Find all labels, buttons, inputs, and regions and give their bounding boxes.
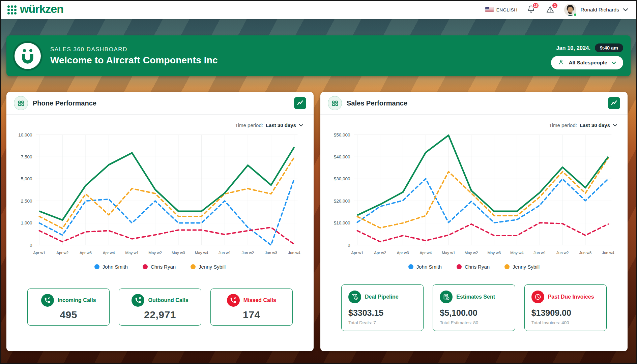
svg-text:Apr w1: Apr w1 [351, 251, 364, 255]
language-selector[interactable]: ENGLISH [485, 7, 518, 13]
svg-text:Jun w3: Jun w3 [579, 251, 591, 255]
phone-chart-svg: 01,0002,5005,0007,50010,000Apr w1Apr w2A… [12, 129, 305, 259]
legend-label: John Smith [416, 264, 442, 270]
svg-text:May w1: May w1 [442, 251, 455, 255]
svg-text:$10,000: $10,000 [334, 220, 350, 225]
bell-icon [527, 10, 535, 15]
current-time-pill: 9:40 am [595, 43, 623, 52]
legend-dot-red [143, 264, 148, 269]
svg-text:1,000: 1,000 [21, 220, 32, 225]
past-due-invoices-icon [531, 291, 544, 303]
legend-dot-yellow [504, 264, 510, 269]
svg-text:May w3: May w3 [172, 251, 185, 255]
svg-text:2,500: 2,500 [21, 199, 32, 204]
stat-label: Incoming Calls [58, 297, 96, 303]
legend-item-jenny-sybill: Jenny Sybill [191, 264, 226, 270]
svg-text:Jun w1: Jun w1 [219, 251, 231, 255]
notifications-badge: 16 [532, 2, 539, 9]
time-period-value: Last 30 days [266, 122, 296, 128]
stat-value: $3303.15 [348, 308, 416, 318]
legend-label: John Smith [103, 264, 128, 270]
sales-card-title: Sales Performance [347, 99, 407, 107]
svg-text:Apr w3: Apr w3 [397, 251, 409, 255]
app-frame: würkzen [0, 0, 637, 364]
stat-value: $5,100.00 [440, 308, 508, 318]
banner-left: SALES 360 DASHBOARD Welcome to Aircraft … [15, 43, 218, 69]
phone-card-title: Phone Performance [33, 99, 96, 107]
dashboard-icon [328, 96, 342, 110]
user-menu[interactable]: Ronald Richards [564, 3, 628, 16]
stat-label: Outbound Calls [148, 297, 188, 303]
sales-chart: 0$10,000$20,000$30,000$40,000$50,000Apr … [320, 129, 628, 259]
svg-text:$20,000: $20,000 [334, 199, 350, 204]
legend-item-chris-ryan: Chris Ryan [143, 264, 176, 270]
legend-label: Chris Ryan [465, 264, 490, 270]
banner-right: Jan 10, 2024. 9:40 am All Salespeople [551, 42, 623, 69]
legend-item-jenny-sybill: Jenny Sybill [504, 264, 540, 270]
chevron-down-icon [299, 122, 303, 128]
svg-text:Apr w1: Apr w1 [33, 251, 46, 255]
missed-call-icon [227, 294, 240, 307]
us-flag-icon [485, 7, 494, 13]
stat-label: Estimates Sent [456, 294, 495, 300]
stat-subtext: Total Invoices: 400 [531, 320, 600, 325]
banner-subtitle: SALES 360 DASHBOARD [50, 46, 218, 53]
svg-text:Apr w4: Apr w4 [420, 251, 432, 255]
svg-text:7,500: 7,500 [21, 154, 32, 159]
legend-dot-red [457, 264, 462, 269]
time-period-label: Time period: [235, 122, 263, 128]
sales-time-period-dropdown[interactable]: Time period: Last 30 days [320, 122, 617, 128]
warning-icon [546, 10, 555, 15]
sales-performance-card: Sales Performance Time period: Last 30 d… [320, 92, 628, 351]
legend-label: Jenny Sybill [199, 264, 226, 270]
current-date: Jan 10, 2024. [556, 45, 590, 51]
brand-name: würkzen [20, 3, 63, 17]
dashboard-cards: Phone Performance Time period: Last 30 d… [6, 92, 631, 351]
past-due-invoices-stat: Past Due Invoices $13909.00 Total Invoic… [524, 284, 607, 331]
svg-text:$30,000: $30,000 [334, 176, 350, 181]
top-navbar: würkzen [1, 1, 636, 19]
phone-time-period-dropdown[interactable]: Time period: Last 30 days [6, 122, 303, 128]
sales-stats-row: $ Deal Pipeline $3303.15 Total Deals: 7 [320, 284, 628, 331]
deal-pipeline-stat: $ Deal Pipeline $3303.15 Total Deals: 7 [341, 284, 424, 331]
legend-item-chris-ryan: Chris Ryan [457, 264, 490, 270]
svg-text:Jun w4: Jun w4 [288, 251, 300, 255]
legend-item-john-smith: John Smith [408, 264, 442, 270]
svg-text:$: $ [447, 297, 448, 299]
missed-calls-stat: Missed Calls 174 [210, 289, 293, 326]
svg-text:Jun w2: Jun w2 [242, 251, 254, 255]
svg-text:Apr w2: Apr w2 [374, 251, 386, 255]
svg-text:Apr w4: Apr w4 [103, 251, 115, 255]
svg-text:$50,000: $50,000 [334, 132, 350, 138]
svg-text:$40,000: $40,000 [334, 154, 350, 159]
svg-text:May w4: May w4 [195, 251, 208, 255]
alerts-button[interactable]: 1 [545, 5, 555, 15]
notifications-button[interactable]: 16 [526, 5, 536, 15]
legend-dot-yellow [191, 264, 196, 269]
time-period-value: Last 30 days [580, 122, 610, 128]
phone-chart-button[interactable] [294, 97, 306, 109]
date-row: Jan 10, 2024. 9:40 am [556, 43, 623, 52]
svg-text:Jun w4: Jun w4 [602, 251, 614, 255]
chevron-down-icon [611, 60, 616, 66]
language-label: ENGLISH [496, 7, 518, 12]
stat-subtext: Total Estimates: 80 [440, 320, 508, 325]
avatar [564, 3, 577, 16]
legend-dot-blue [94, 264, 99, 269]
svg-text:May w4: May w4 [510, 251, 524, 255]
sales-chart-button[interactable] [608, 97, 620, 109]
svg-text:Jun w1: Jun w1 [533, 251, 546, 255]
svg-text:0: 0 [30, 243, 32, 248]
phone-performance-card: Phone Performance Time period: Last 30 d… [6, 92, 314, 351]
stat-subtext: Total Deals: 7 [348, 320, 416, 325]
estimates-sent-icon: $ [440, 291, 453, 303]
outbound-calls-stat: Outbound Calls 22,971 [119, 289, 201, 326]
svg-text:Apr w2: Apr w2 [56, 251, 68, 255]
dashboard-icon [14, 96, 28, 110]
salespeople-filter-button[interactable]: All Salespeople [551, 56, 623, 69]
stat-value: 22,971 [144, 309, 176, 321]
svg-text:May w2: May w2 [465, 251, 478, 255]
salespeople-filter-label: All Salespeople [569, 60, 607, 66]
stat-label: Deal Pipeline [365, 294, 399, 300]
stat-label: Past Due Invoices [548, 294, 594, 300]
